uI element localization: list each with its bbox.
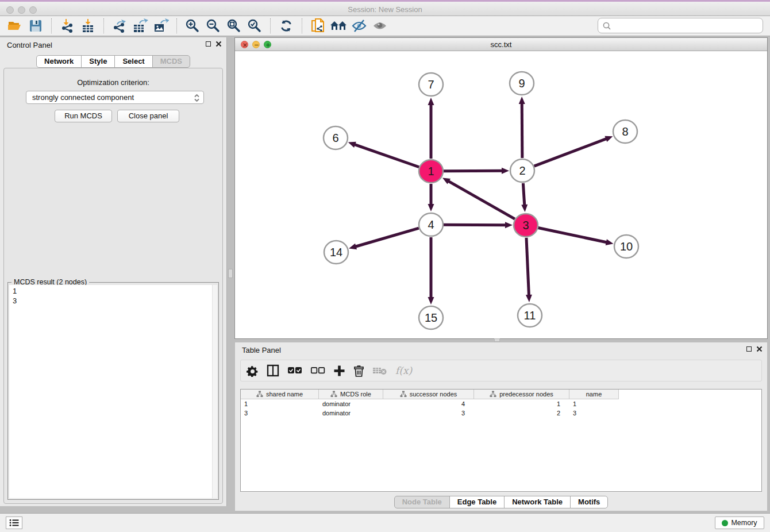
graph-node-3[interactable]: 3 [514, 214, 538, 237]
network-canvas[interactable]: 7968124314101511 [235, 51, 767, 339]
column-header-label: shared name [266, 391, 303, 398]
graph-edge-4-14[interactable] [355, 228, 419, 246]
zoom-fit-icon[interactable] [224, 17, 244, 34]
float-panel-icon[interactable] [206, 41, 211, 47]
table-panel: Table Panel f(x) shared nameMCDS rolesuc… [234, 342, 768, 511]
table-panel-title: Table Panel [242, 346, 281, 354]
memory-button[interactable]: Memory [715, 516, 764, 529]
zoom-out-icon[interactable] [203, 17, 224, 34]
control-panel-tabs: NetworkStyleSelectMCDS [0, 55, 226, 68]
save-session-icon[interactable] [25, 17, 46, 34]
graph-edge-arrowhead [605, 136, 613, 142]
graph-node-8[interactable]: 8 [613, 120, 637, 143]
tab-select[interactable]: Select [114, 55, 152, 68]
search-input[interactable] [611, 20, 763, 32]
close-panel-button[interactable]: Close panel [117, 110, 179, 122]
open-session-icon[interactable] [5, 17, 25, 34]
table-panel-tabs: Node TableEdge TableNetwork TableMotifs [235, 496, 767, 508]
close-panel-icon[interactable] [215, 41, 222, 47]
task-history-button[interactable] [6, 516, 22, 529]
network-window-title: scc.txt [235, 40, 767, 49]
mcds-panel: Optimization criterion: strongly connect… [3, 68, 223, 504]
settings-gear-icon[interactable] [247, 365, 259, 377]
show-column-panel-icon[interactable] [267, 364, 279, 377]
table-body: 1dominator4113dominator323 [241, 399, 761, 418]
graph-edge-2-8[interactable] [534, 138, 607, 166]
float-panel-icon[interactable] [746, 346, 752, 352]
table-row[interactable]: 1dominator411 [241, 399, 761, 408]
app-titlebar: Session: New Session [0, 0, 770, 16]
tab-network[interactable]: Network [36, 55, 82, 68]
graph-edge-2-3[interactable] [523, 183, 524, 206]
close-icon[interactable] [756, 346, 763, 352]
import-network-icon[interactable] [57, 17, 78, 34]
delete-column-icon[interactable] [353, 365, 364, 377]
add-column-icon[interactable] [333, 365, 345, 377]
graph-edge-arrowhead [519, 97, 525, 104]
optimization-select[interactable]: strongly connected component [26, 91, 204, 104]
zoom-selected-icon[interactable] [244, 17, 265, 34]
graph-node-15[interactable]: 15 [419, 306, 443, 329]
show-all-icon[interactable] [369, 17, 390, 34]
import-table-icon[interactable] [78, 17, 98, 34]
hierarchy-icon [330, 391, 337, 398]
tab-mcds[interactable]: MCDS [152, 55, 190, 68]
graph-node-label: 7 [428, 78, 434, 91]
graph-node-10[interactable]: 10 [614, 235, 638, 258]
graph-edge-1-6[interactable] [354, 144, 419, 167]
zoom-in-icon[interactable] [182, 17, 203, 34]
graph-node-14[interactable]: 14 [324, 241, 348, 264]
delete-table-icon [372, 365, 387, 376]
graph-edge-3-10[interactable] [538, 228, 607, 242]
graph-edge-2-9[interactable] [522, 103, 522, 158]
tab-node-table[interactable]: Node Table [394, 496, 450, 508]
column-header-label: name [586, 391, 602, 398]
column-header-successor-nodes[interactable]: successor nodes [383, 390, 474, 399]
graph-node-9[interactable]: 9 [510, 72, 534, 95]
graph-node-4[interactable]: 4 [419, 213, 443, 236]
cell-MCDS-role: dominator [319, 408, 383, 418]
tab-edge-table[interactable]: Edge Table [449, 496, 505, 508]
graph-edge-3-1[interactable] [448, 181, 515, 219]
network-window-titlebar[interactable]: scc.txt [235, 38, 767, 51]
graph-node-11[interactable]: 11 [518, 304, 542, 327]
mcds-result-textarea[interactable]: 13 [9, 285, 217, 498]
first-neighbors-icon[interactable] [328, 17, 349, 34]
control-panel: Control Panel NetworkStyleSelectMCDS Opt… [0, 37, 227, 506]
graph-edge-arrowhead [521, 205, 528, 212]
graph-edge-1-2[interactable] [444, 171, 503, 171]
hide-selected-icon[interactable] [349, 17, 369, 34]
select-all-icon[interactable] [287, 367, 302, 375]
column-header-MCDS-role[interactable]: MCDS role [319, 390, 383, 399]
column-header-name[interactable]: name [569, 390, 619, 399]
export-table-icon[interactable] [130, 17, 151, 34]
column-header-predecessor-nodes[interactable]: predecessor nodes [474, 390, 569, 399]
tab-network-table[interactable]: Network Table [504, 496, 571, 508]
graph-edge-4-3[interactable] [444, 225, 506, 225]
refresh-icon[interactable] [276, 17, 297, 34]
graph-node-2[interactable]: 2 [510, 159, 534, 182]
scrollbar-track[interactable] [212, 285, 217, 498]
table-row[interactable]: 3dominator323 [241, 408, 761, 418]
tab-motifs[interactable]: Motifs [570, 496, 608, 508]
select-stepper-icon [193, 93, 201, 103]
export-image-icon[interactable] [151, 17, 171, 34]
toolbar-separator [270, 18, 271, 33]
clone-network-icon[interactable] [307, 17, 328, 34]
deselect-all-icon[interactable] [310, 367, 325, 375]
graph-node-label: 10 [620, 240, 633, 253]
graph-node-6[interactable]: 6 [324, 126, 348, 149]
mcds-result-line: 1 [13, 286, 17, 296]
graph-node-7[interactable]: 7 [419, 73, 443, 96]
tab-style[interactable]: Style [81, 55, 115, 68]
export-network-icon[interactable] [109, 17, 130, 34]
graph-node-label: 8 [622, 125, 628, 138]
column-header-shared-name[interactable]: shared name [241, 390, 319, 399]
run-mcds-button[interactable]: Run MCDS [55, 110, 112, 122]
toolbar-separator [103, 18, 104, 33]
graph-edge-3-11[interactable] [526, 238, 529, 296]
node-table: shared nameMCDS rolesuccessor nodesprede… [240, 389, 762, 492]
split-divider-grip[interactable] [228, 269, 233, 278]
cell-name: 1 [569, 399, 619, 408]
graph-node-1[interactable]: 1 [419, 160, 443, 183]
